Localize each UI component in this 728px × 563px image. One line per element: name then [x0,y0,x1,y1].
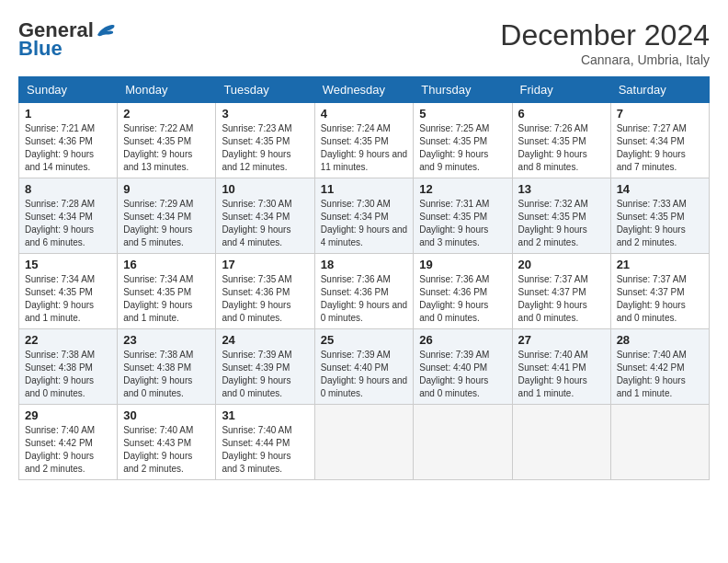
header-tuesday: Tuesday [216,77,314,103]
calendar-cell: 16Sunrise: 7:34 AMSunset: 4:35 PMDayligh… [118,254,216,329]
header-saturday: Saturday [610,77,709,103]
day-number: 18 [321,258,408,271]
calendar-cell: 31Sunrise: 7:40 AMSunset: 4:44 PMDayligh… [216,405,314,480]
day-number: 28 [617,333,703,347]
calendar-cell: 12Sunrise: 7:31 AMSunset: 4:35 PMDayligh… [414,178,512,254]
calendar-cell: 17Sunrise: 7:35 AMSunset: 4:36 PMDayligh… [216,254,314,329]
logo-bird-icon [96,22,116,39]
calendar-cell: 27Sunrise: 7:40 AMSunset: 4:41 PMDayligh… [512,329,610,405]
calendar-cell: 25Sunrise: 7:39 AMSunset: 4:40 PMDayligh… [314,329,414,405]
calendar-cell: 28Sunrise: 7:40 AMSunset: 4:42 PMDayligh… [610,329,709,405]
calendar-cell: 3Sunrise: 7:23 AMSunset: 4:35 PMDaylight… [216,103,314,178]
day-number: 6 [518,107,605,121]
calendar-table: SundayMondayTuesdayWednesdayThursdayFrid… [18,76,710,480]
day-info: Sunrise: 7:26 AMSunset: 4:35 PMDaylight:… [518,122,605,174]
day-info: Sunrise: 7:22 AMSunset: 4:35 PMDaylight:… [123,122,210,174]
day-info: Sunrise: 7:29 AMSunset: 4:34 PMDaylight:… [123,198,210,249]
calendar-cell: 30Sunrise: 7:40 AMSunset: 4:43 PMDayligh… [118,405,216,480]
day-info: Sunrise: 7:25 AMSunset: 4:35 PMDaylight:… [419,122,506,174]
day-info: Sunrise: 7:28 AMSunset: 4:34 PMDaylight:… [25,198,111,249]
day-info: Sunrise: 7:39 AMSunset: 4:40 PMDaylight:… [419,349,506,400]
day-info: Sunrise: 7:40 AMSunset: 4:41 PMDaylight:… [518,349,605,400]
day-info: Sunrise: 7:39 AMSunset: 4:39 PMDaylight:… [222,349,308,400]
day-info: Sunrise: 7:21 AMSunset: 4:36 PMDaylight:… [25,122,111,174]
day-number: 17 [222,258,308,271]
day-info: Sunrise: 7:40 AMSunset: 4:44 PMDaylight:… [222,424,308,476]
logo-blue: Blue [18,37,63,61]
day-info: Sunrise: 7:30 AMSunset: 4:34 PMDaylight:… [321,198,408,249]
day-info: Sunrise: 7:38 AMSunset: 4:38 PMDaylight:… [25,349,111,400]
calendar-cell [610,405,709,480]
calendar-cell: 29Sunrise: 7:40 AMSunset: 4:42 PMDayligh… [19,405,118,480]
day-info: Sunrise: 7:36 AMSunset: 4:36 PMDaylight:… [419,273,506,325]
day-number: 5 [419,107,506,121]
header-friday: Friday [512,77,610,103]
day-number: 27 [518,333,605,347]
day-number: 9 [123,182,210,196]
calendar-cell: 24Sunrise: 7:39 AMSunset: 4:39 PMDayligh… [216,329,314,405]
day-info: Sunrise: 7:30 AMSunset: 4:34 PMDaylight:… [222,198,308,249]
day-info: Sunrise: 7:23 AMSunset: 4:35 PMDaylight:… [222,122,308,174]
header-sunday: Sunday [19,77,118,103]
header-wednesday: Wednesday [314,77,414,103]
calendar-cell: 2Sunrise: 7:22 AMSunset: 4:35 PMDaylight… [118,103,216,178]
calendar-cell: 22Sunrise: 7:38 AMSunset: 4:38 PMDayligh… [19,329,118,405]
calendar-week-row: 29Sunrise: 7:40 AMSunset: 4:42 PMDayligh… [19,405,710,480]
calendar-cell [414,405,512,480]
day-info: Sunrise: 7:37 AMSunset: 4:37 PMDaylight:… [617,273,703,325]
day-info: Sunrise: 7:33 AMSunset: 4:35 PMDaylight:… [617,198,703,249]
day-info: Sunrise: 7:24 AMSunset: 4:35 PMDaylight:… [321,122,408,174]
day-number: 15 [25,258,111,271]
calendar-week-row: 8Sunrise: 7:28 AMSunset: 4:34 PMDaylight… [19,178,710,254]
day-number: 12 [419,182,506,196]
day-number: 30 [123,408,210,422]
day-number: 25 [321,333,408,347]
calendar-week-row: 1Sunrise: 7:21 AMSunset: 4:36 PMDaylight… [19,103,710,178]
day-info: Sunrise: 7:31 AMSunset: 4:35 PMDaylight:… [419,198,506,249]
day-info: Sunrise: 7:35 AMSunset: 4:36 PMDaylight:… [222,273,308,325]
calendar-cell [314,405,414,480]
calendar-week-row: 22Sunrise: 7:38 AMSunset: 4:38 PMDayligh… [19,329,710,405]
calendar-cell: 19Sunrise: 7:36 AMSunset: 4:36 PMDayligh… [414,254,512,329]
day-number: 19 [419,258,506,271]
calendar-cell: 8Sunrise: 7:28 AMSunset: 4:34 PMDaylight… [19,178,118,254]
calendar-cell: 18Sunrise: 7:36 AMSunset: 4:36 PMDayligh… [314,254,414,329]
title-area: December 2024 Cannara, Umbria, Italy [500,18,710,67]
day-number: 21 [617,258,703,271]
calendar-cell: 10Sunrise: 7:30 AMSunset: 4:34 PMDayligh… [216,178,314,254]
day-info: Sunrise: 7:36 AMSunset: 4:36 PMDaylight:… [321,273,408,325]
day-info: Sunrise: 7:34 AMSunset: 4:35 PMDaylight:… [25,273,111,325]
day-number: 29 [25,408,111,422]
day-info: Sunrise: 7:34 AMSunset: 4:35 PMDaylight:… [123,273,210,325]
calendar-header-row: SundayMondayTuesdayWednesdayThursdayFrid… [19,77,710,103]
calendar-cell: 13Sunrise: 7:32 AMSunset: 4:35 PMDayligh… [512,178,610,254]
location: Cannara, Umbria, Italy [500,52,710,67]
day-number: 13 [518,182,605,196]
header-monday: Monday [118,77,216,103]
calendar-cell: 26Sunrise: 7:39 AMSunset: 4:40 PMDayligh… [414,329,512,405]
calendar-cell: 9Sunrise: 7:29 AMSunset: 4:34 PMDaylight… [118,178,216,254]
day-info: Sunrise: 7:40 AMSunset: 4:42 PMDaylight:… [617,349,703,400]
day-number: 1 [25,107,111,121]
logo: General Blue [18,18,116,61]
day-info: Sunrise: 7:27 AMSunset: 4:34 PMDaylight:… [617,122,703,174]
day-number: 11 [321,182,408,196]
calendar-cell: 1Sunrise: 7:21 AMSunset: 4:36 PMDaylight… [19,103,118,178]
day-number: 4 [321,107,408,121]
header-thursday: Thursday [414,77,512,103]
calendar-cell: 15Sunrise: 7:34 AMSunset: 4:35 PMDayligh… [19,254,118,329]
day-number: 8 [25,182,111,196]
calendar-week-row: 15Sunrise: 7:34 AMSunset: 4:35 PMDayligh… [19,254,710,329]
calendar-cell: 5Sunrise: 7:25 AMSunset: 4:35 PMDaylight… [414,103,512,178]
day-info: Sunrise: 7:32 AMSunset: 4:35 PMDaylight:… [518,198,605,249]
day-number: 7 [617,107,703,121]
calendar-cell: 11Sunrise: 7:30 AMSunset: 4:34 PMDayligh… [314,178,414,254]
day-number: 16 [123,258,210,271]
calendar-cell: 23Sunrise: 7:38 AMSunset: 4:38 PMDayligh… [118,329,216,405]
day-info: Sunrise: 7:40 AMSunset: 4:42 PMDaylight:… [25,424,111,476]
calendar-cell: 21Sunrise: 7:37 AMSunset: 4:37 PMDayligh… [610,254,709,329]
day-number: 10 [222,182,308,196]
calendar-cell: 7Sunrise: 7:27 AMSunset: 4:34 PMDaylight… [610,103,709,178]
day-number: 2 [123,107,210,121]
day-number: 23 [123,333,210,347]
